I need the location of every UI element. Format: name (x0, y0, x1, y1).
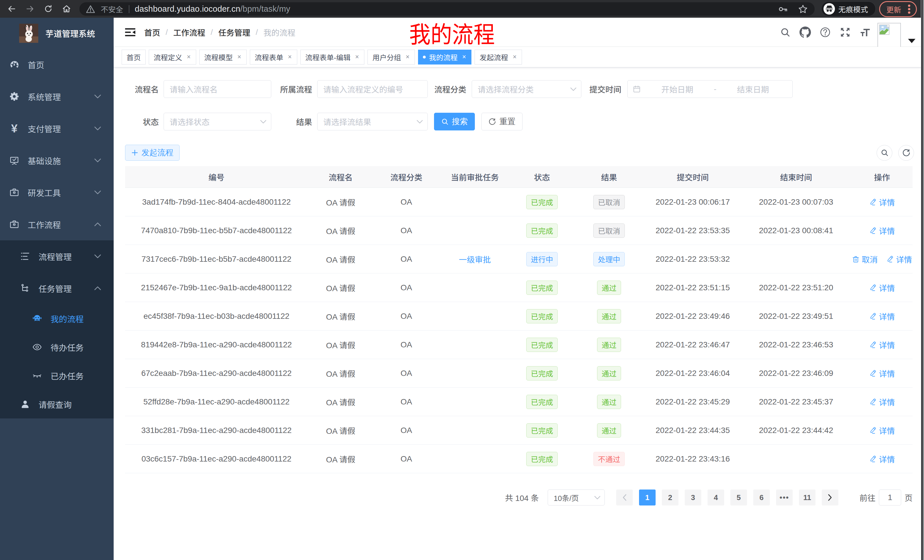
edit-icon (869, 227, 877, 234)
table-search-toggle-button[interactable] (877, 145, 892, 161)
action-detail-link[interactable]: 详情 (869, 396, 895, 407)
password-key-icon[interactable] (778, 4, 788, 14)
fullscreen-icon[interactable] (835, 18, 855, 47)
tag-close-icon[interactable]: × (512, 49, 517, 64)
edit-icon (869, 341, 877, 349)
page-url[interactable]: dashboard.yudao.iocoder.cn/bpm/task/my (135, 4, 290, 14)
breadcrumb-workflow[interactable]: 工作流程 (173, 27, 205, 38)
table-refresh-button[interactable] (898, 145, 914, 161)
sidebar-item-done-task[interactable]: 已办任务 (0, 361, 114, 390)
chevron-up-icon (94, 222, 101, 226)
tag-close-icon[interactable]: × (186, 49, 191, 64)
sidebar-toggle-icon[interactable] (124, 27, 136, 37)
browser-reload-button[interactable] (39, 1, 57, 17)
pager-ellipsis[interactable]: ••• (776, 490, 793, 506)
avatar-dropdown-caret[interactable] (908, 39, 915, 43)
page-button-3[interactable]: 3 (685, 490, 701, 506)
sidebar-item-payment[interactable]: ¥ 支付管理 (0, 112, 114, 144)
sidebar-item-infra[interactable]: 基础设施 (0, 144, 114, 177)
browser-update-button[interactable]: 更新 (879, 1, 917, 17)
action-detail-link[interactable]: 详情 (869, 339, 895, 350)
sidebar-item-todo-task[interactable]: 待办任务 (0, 333, 114, 361)
tag-process-model[interactable]: 流程模型× (199, 49, 247, 64)
tag-process-form-edit[interactable]: 流程表单-编辑× (300, 49, 364, 64)
action-cancel-link[interactable]: 取消 (852, 253, 878, 265)
sidebar-item-devtools[interactable]: 研发工具 (0, 177, 114, 208)
page-button-2[interactable]: 2 (662, 490, 678, 506)
action-detail-link[interactable]: 详情 (869, 425, 895, 436)
sidebar-item-leave-query[interactable]: 请假查询 (0, 390, 114, 418)
action-detail-link[interactable]: 详情 (869, 310, 895, 322)
tag-user-group[interactable]: 用户分组× (368, 49, 415, 64)
next-page-button[interactable] (822, 490, 838, 506)
submit-time-range-picker[interactable]: 开始日期 - 结束日期 (627, 80, 793, 98)
tag-close-icon[interactable]: × (237, 49, 242, 64)
tag-start-process[interactable]: 发起流程× (475, 49, 522, 64)
sidebar-item-my-process[interactable]: 我的流程 (0, 304, 114, 333)
reset-button[interactable]: 重置 (482, 113, 522, 130)
sidebar-item-home[interactable]: 首页 (0, 48, 114, 81)
tag-close-icon[interactable]: × (405, 49, 410, 64)
jump-page-input[interactable]: 1 (879, 490, 901, 506)
page-button-4[interactable]: 4 (708, 490, 724, 506)
process-name-input[interactable]: 请输入流程名 (164, 80, 271, 98)
category-select[interactable]: 请选择流程分类 (472, 80, 581, 98)
page-button-5[interactable]: 5 (730, 490, 747, 506)
sidebar-logo[interactable]: 芋道管理系统 (0, 18, 114, 48)
search-button[interactable]: 搜索 (434, 113, 475, 130)
page-button-11[interactable]: 11 (799, 490, 816, 506)
tag-process-definition[interactable]: 流程定义× (149, 49, 196, 64)
font-size-icon[interactable] (855, 18, 875, 47)
breadcrumb-home[interactable]: 首页 (144, 27, 160, 38)
browser-menu-icon[interactable] (908, 4, 910, 14)
prev-page-button[interactable] (616, 490, 633, 506)
cell-status: 已完成 (510, 223, 573, 238)
plus-icon (131, 149, 138, 156)
tree-list-icon (20, 252, 30, 261)
action-detail-link[interactable]: 详情 (886, 253, 912, 265)
chevron-down-icon (94, 94, 101, 99)
chevron-down-icon (94, 254, 101, 258)
browser-back-button[interactable] (3, 1, 21, 17)
result-select[interactable]: 请选择流结果 (317, 113, 428, 130)
tag-close-icon[interactable]: × (354, 49, 360, 64)
browser-home-button[interactable] (57, 1, 76, 17)
tag-process-form[interactable]: 流程表单× (250, 49, 297, 64)
cell-result: 通过 (573, 309, 645, 323)
action-detail-link[interactable]: 详情 (869, 225, 895, 236)
process-definition-input[interactable]: 请输入流程定义的编号 (317, 80, 428, 98)
page-button-6[interactable]: 6 (753, 490, 770, 506)
create-process-button[interactable]: 发起流程 (125, 145, 180, 161)
action-detail-link[interactable]: 详情 (869, 282, 895, 293)
flow-nodes-icon (20, 283, 30, 293)
page-size-select[interactable]: 10条/页 (548, 490, 605, 506)
bookmark-star-icon[interactable] (798, 4, 808, 14)
github-icon[interactable] (795, 18, 815, 47)
address-bar[interactable]: 不安全 dashboard.yudao.iocoder.cn/bpm/task/… (80, 2, 814, 16)
status-select[interactable]: 请选择状态 (164, 113, 271, 130)
page-content: 流程名 请输入流程名 所属流程 请输入流程定义的编号 流程分类 请选择流程分类 … (114, 80, 924, 506)
sidebar-item-process-mgmt[interactable]: 流程管理 (0, 240, 114, 272)
action-detail-link[interactable]: 详情 (869, 368, 895, 379)
action-detail-link[interactable]: 详情 (869, 196, 895, 208)
tag-close-icon[interactable]: × (461, 49, 466, 64)
user-icon (20, 399, 30, 409)
incognito-badge: 无痕模式 (821, 1, 876, 16)
sidebar-item-task-mgmt[interactable]: 任务管理 (0, 272, 114, 304)
sidebar-item-label: 研发工具 (28, 186, 61, 198)
action-detail-link[interactable]: 详情 (869, 453, 895, 465)
breadcrumb-task-mgmt[interactable]: 任务管理 (218, 27, 250, 38)
sidebar-item-system[interactable]: 系统管理 (0, 81, 114, 112)
browser-forward-button[interactable] (21, 1, 39, 17)
end-date-placeholder: 结束日期 (716, 83, 789, 95)
help-icon[interactable] (815, 18, 835, 47)
tag-close-icon[interactable]: × (287, 49, 292, 64)
user-avatar[interactable] (878, 23, 901, 47)
header-search-icon[interactable] (775, 18, 795, 47)
tag-my-process[interactable]: 我的流程× (418, 49, 471, 64)
security-status[interactable]: 不安全 (86, 4, 123, 14)
page-button-1[interactable]: 1 (639, 490, 656, 506)
sidebar-item-workflow[interactable]: 工作流程 (0, 208, 114, 240)
task-link[interactable]: 一级审批 (459, 253, 491, 265)
tag-home[interactable]: 首页× (122, 49, 146, 64)
